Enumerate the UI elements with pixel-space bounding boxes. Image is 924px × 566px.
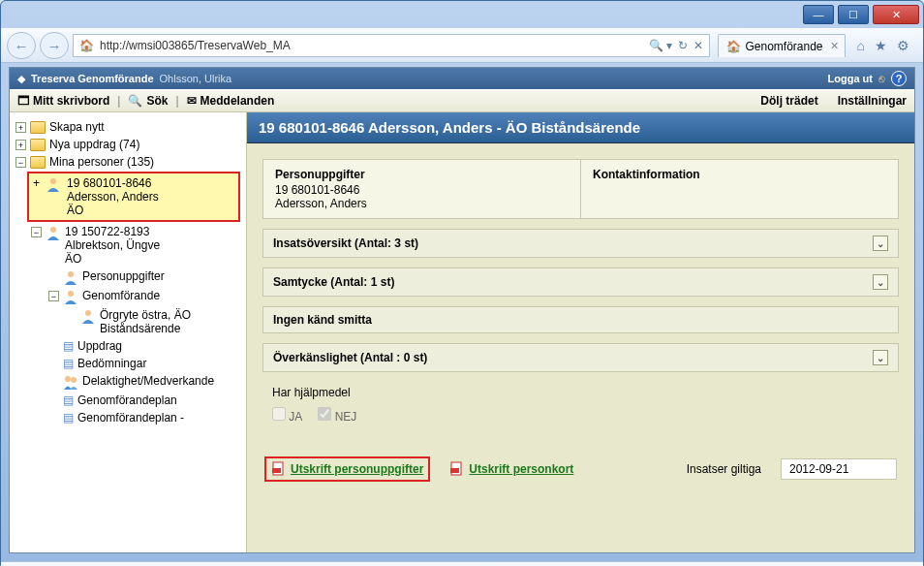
app-user: Ohlsson, Ulrika [160, 73, 232, 84]
tree-new-assignments[interactable]: + Nya uppdrag (74) [12, 136, 244, 153]
print-personuppgifter-link[interactable]: Utskrift personuppgifter [264, 456, 430, 482]
help-icon[interactable]: ? [891, 71, 907, 86]
tab-close-icon[interactable]: ✕ [830, 40, 839, 52]
window-titlebar: — ☐ ✕ [1, 1, 923, 28]
personuppgifter-cell: Personuppgifter 19 680101-8646 Adersson,… [263, 160, 580, 218]
chevron-down-icon[interactable]: ⌄ [873, 274, 888, 290]
collapse-icon[interactable]: − [15, 157, 26, 168]
back-button[interactable]: ← [7, 32, 36, 59]
accordion-smitta[interactable]: Ingen känd smitta [262, 306, 899, 333]
minimize-button[interactable]: — [803, 5, 834, 24]
collapse-icon[interactable]: − [48, 291, 59, 301]
person-icon [80, 308, 96, 324]
toolbar-messages[interactable]: Meddelanden [200, 94, 275, 108]
tree-orgryte[interactable]: Örgryte östra, ÄO Biståndsärende [12, 306, 244, 337]
app-logo-icon: ◆ [17, 73, 25, 85]
browser-tab[interactable]: 🏠 Genomförande ✕ [718, 34, 845, 57]
aid-yes-option[interactable]: JA [272, 407, 302, 424]
pdf-icon [449, 461, 465, 477]
aid-no-checkbox[interactable] [318, 407, 331, 421]
expand-icon[interactable]: + [15, 122, 26, 133]
document-icon: ▤ [63, 411, 74, 424]
search-icon: 🔍 [128, 94, 142, 108]
kontakt-cell: Kontaktinformation [580, 160, 898, 218]
chevron-down-icon[interactable]: ⌄ [873, 350, 888, 365]
main-pane: 19 680101-8646 Adersson, Anders - ÄO Bis… [247, 112, 914, 552]
tab-favicon-icon: 🏠 [726, 40, 741, 53]
svg-point-1 [50, 227, 56, 233]
svg-point-0 [50, 178, 56, 184]
tree-create-new[interactable]: + Skapa nytt [12, 118, 244, 136]
favorites-icon[interactable]: ★ [875, 38, 887, 53]
home-icon[interactable]: ⌂ [857, 38, 865, 53]
chevron-down-icon[interactable]: ⌄ [873, 236, 888, 251]
tree-pane[interactable]: + Skapa nytt + Nya uppdrag (74) − Mina p… [10, 112, 247, 552]
svg-point-4 [85, 310, 91, 316]
forward-button[interactable]: → [40, 32, 69, 59]
messages-icon: ✉ [187, 94, 197, 108]
people-icon [63, 374, 78, 390]
aid-section: Har hjälpmedel JA NEJ [262, 380, 899, 429]
valid-date-input[interactable] [781, 458, 897, 480]
document-icon: ▤ [63, 357, 74, 370]
url-text: http://wmsi003865/TreservaWeb_MA [100, 39, 291, 52]
tree-genomforande[interactable]: − Genomförande [12, 287, 244, 306]
accordion-insats[interactable]: Insatsöversikt (Antal: 3 st) ⌄ [262, 229, 899, 258]
folder-icon [30, 156, 46, 169]
search-icon[interactable]: 🔍 ▾ [649, 39, 672, 52]
tree-delaktighet[interactable]: Delaktighet/Medverkande [12, 372, 244, 392]
print-personkort-link[interactable]: Utskrift personkort [449, 461, 573, 477]
tree-my-persons[interactable]: − Mina personer (135) [12, 153, 244, 171]
toolbar-search[interactable]: Sök [146, 94, 168, 108]
aid-yes-checkbox[interactable] [272, 407, 286, 421]
accordion-overkanslighet[interactable]: Överkänslighet (Antal : 0 st) ⌄ [262, 343, 899, 372]
tree-uppdrag[interactable]: ▤ Uppdrag [12, 337, 244, 355]
document-icon: ▤ [63, 339, 74, 353]
actions-row: Utskrift personuppgifter Utskrift person… [262, 456, 899, 482]
toolbar-desktop[interactable]: Mitt skrivbord [33, 94, 109, 108]
refresh-icon[interactable]: ↻ [678, 39, 688, 52]
desktop-icon: 🗔 [17, 94, 29, 108]
svg-rect-8 [272, 468, 281, 473]
tools-gear-icon[interactable]: ⚙ [897, 38, 909, 53]
toolbar-hide-tree[interactable]: Dölj trädet [760, 94, 817, 108]
app-title: Treserva Genomförande [31, 73, 154, 84]
tree-person-2[interactable]: − 19 150722-8193 Albrektson, Üngve ÄO [12, 223, 244, 267]
logout-icon[interactable]: ⎋ [878, 73, 885, 84]
favicon-icon: 🏠 [79, 39, 94, 52]
close-button[interactable]: ✕ [873, 5, 919, 24]
pdf-icon [271, 461, 287, 477]
aid-label: Har hjälpmedel [272, 386, 889, 399]
app-header: ◆ Treserva Genomförande Ohlsson, Ulrika … [10, 68, 914, 89]
main-toolbar: 🗔 Mitt skrivbord | 🔍 Sök | ✉ Meddelanden… [10, 89, 914, 112]
folder-icon [30, 139, 46, 151]
document-icon: ▤ [63, 393, 74, 407]
aid-no-option[interactable]: NEJ [318, 407, 356, 424]
collapse-icon[interactable]: − [31, 227, 42, 237]
stop-icon[interactable]: ✕ [693, 39, 703, 52]
person-icon [63, 269, 78, 285]
browser-toolbar: ← → 🏠 http://wmsi003865/TreservaWeb_MA 🔍… [1, 28, 923, 63]
person-icon [46, 176, 61, 192]
tree-plan-2[interactable]: ▤ Genomförandeplan - [12, 409, 244, 426]
page-title: 19 680101-8646 Adersson, Anders - ÄO Bis… [247, 112, 914, 143]
maximize-button[interactable]: ☐ [838, 5, 869, 24]
toolbar-settings[interactable]: Inställningar [838, 94, 907, 108]
person-icon [46, 225, 61, 240]
address-bar[interactable]: 🏠 http://wmsi003865/TreservaWeb_MA 🔍 ▾ ↻… [73, 34, 710, 57]
svg-rect-10 [450, 468, 459, 473]
tree-person-selected[interactable]: + 19 680101-8646 Adersson, Anders ÄO [27, 172, 240, 222]
tab-title: Genomförande [745, 40, 822, 53]
expand-icon[interactable]: + [33, 176, 40, 190]
svg-point-2 [68, 271, 74, 277]
folder-icon [30, 121, 46, 134]
accordion-samtycke[interactable]: Samtycke (Antal: 1 st) ⌄ [262, 267, 899, 297]
tree-personuppgifter[interactable]: Personuppgifter [12, 267, 244, 287]
svg-point-5 [65, 376, 71, 382]
info-row: Personuppgifter 19 680101-8646 Adersson,… [262, 159, 899, 219]
tree-bedomningar[interactable]: ▤ Bedömningar [12, 355, 244, 372]
logout-link[interactable]: Logga ut [828, 73, 873, 84]
expand-icon[interactable]: + [15, 140, 26, 150]
valid-label: Insatser giltiga [687, 462, 761, 476]
tree-plan[interactable]: ▤ Genomförandeplan [12, 392, 244, 409]
